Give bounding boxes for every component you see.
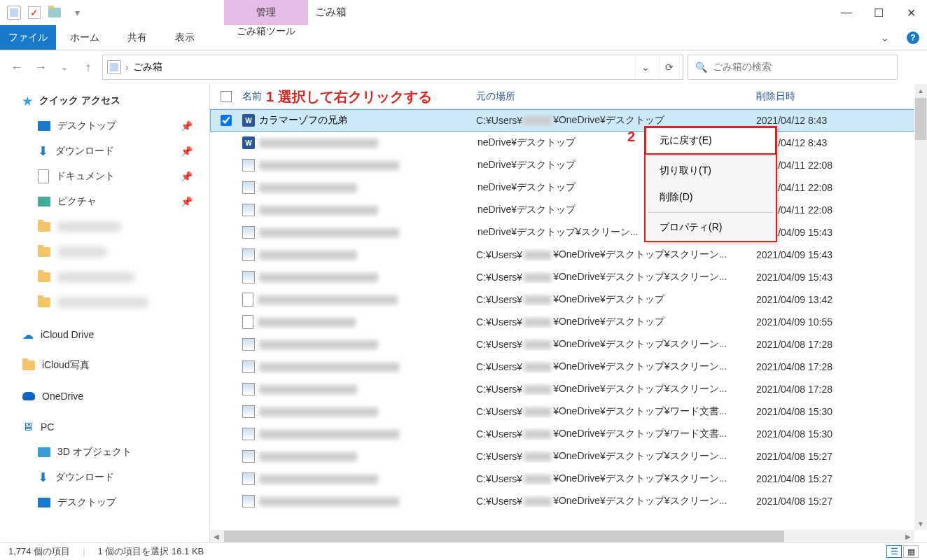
pin-icon: 📌 xyxy=(181,146,193,157)
tab-share[interactable]: 共有 xyxy=(113,25,161,50)
view-details-button[interactable]: ☰ xyxy=(886,545,902,558)
onedrive-icon xyxy=(22,392,35,400)
address-dropdown-icon[interactable]: ⌄ xyxy=(635,55,655,79)
sidebar-folder-blurred[interactable] xyxy=(0,290,209,315)
cell-date: 2021/04/08 17:28 xyxy=(756,384,927,395)
file-row[interactable]: neDrive¥デスクトップ¥スクリーン... 2021/04/09 15:43 xyxy=(210,221,927,244)
file-row[interactable]: C:¥Users¥¥OneDrive¥デスクトップ¥スクリーン... 2021/… xyxy=(210,266,927,288)
sidebar-desktop-pc[interactable]: デスクトップ xyxy=(0,490,209,515)
maximize-button[interactable]: ☐ xyxy=(863,0,895,25)
file-row[interactable]: C:¥Users¥¥OneDrive¥デスクトップ¥スクリーン... 2021/… xyxy=(210,445,927,468)
context-restore[interactable]: 元に戻す(E) xyxy=(646,127,776,154)
qat-dropdown-icon[interactable]: ▾ xyxy=(69,4,85,21)
file-row[interactable]: C:¥Users¥¥OneDrive¥デスクトップ 2021/04/09 13:… xyxy=(210,288,927,311)
scroll-thumb[interactable] xyxy=(915,98,926,140)
sidebar-folder-blurred[interactable] xyxy=(0,239,209,265)
ribbon-collapse-icon[interactable]: ⌄ xyxy=(871,25,899,50)
file-row[interactable]: neDrive¥デスクトップ 2021/04/11 22:08 xyxy=(210,199,927,221)
scroll-left-icon[interactable]: ◀ xyxy=(210,533,223,540)
sidebar-documents[interactable]: ドキュメント📌 xyxy=(0,164,209,189)
sidebar-3d-objects[interactable]: 3D オブジェクト xyxy=(0,440,209,465)
view-thumbnails-button[interactable]: ▦ xyxy=(903,545,919,558)
address-bar[interactable]: › ごみ箱 ⌄ ⟳ xyxy=(102,55,683,80)
help-icon: ? xyxy=(907,31,919,44)
scroll-down-icon[interactable]: ▼ xyxy=(914,517,927,530)
help-button[interactable]: ? xyxy=(899,25,927,50)
file-row[interactable]: C:¥Users¥¥OneDrive¥デスクトップ¥スクリーン... 2021/… xyxy=(210,378,927,400)
sidebar-folder-blurred[interactable] xyxy=(0,214,209,239)
titlebar: ✓ ▾ 管理 ごみ箱 — ☐ ✕ xyxy=(0,0,927,25)
context-delete[interactable]: 削除(D) xyxy=(646,184,776,211)
image-icon xyxy=(242,472,255,485)
cell-location: C:¥Users¥¥OneDrive¥デスクトップ xyxy=(476,114,756,127)
tab-recycle-tools[interactable]: ごみ箱ツール xyxy=(224,25,308,38)
sidebar-icloud-drive[interactable]: ☁iCloud Drive xyxy=(0,322,209,347)
cell-name xyxy=(242,428,476,440)
minimize-button[interactable]: — xyxy=(830,0,863,25)
breadcrumb-sep-icon: › xyxy=(125,62,129,73)
cell-name: Wカラマーゾフの兄弟 xyxy=(242,114,476,127)
sidebar-pc[interactable]: 🖥PC xyxy=(0,414,209,440)
file-row[interactable]: C:¥Users¥¥OneDrive¥デスクトップ¥ワード文書... 2021/… xyxy=(210,400,927,423)
refresh-button[interactable]: ⟳ xyxy=(659,55,678,79)
sidebar-icloud-photos[interactable]: iCloud写真 xyxy=(0,353,209,378)
nav-tree[interactable]: ★クイック アクセス デスクトップ📌 ⬇ダウンロード📌 ドキュメント📌 ピクチャ… xyxy=(0,84,210,542)
file-name: カラマーゾフの兄弟 xyxy=(259,114,347,127)
cell-location: C:¥Users¥¥OneDrive¥デスクトップ¥ワード文書... xyxy=(476,405,756,418)
context-cut[interactable]: 切り取り(T) xyxy=(646,158,776,184)
col-location[interactable]: 元の場所 xyxy=(476,90,756,103)
scroll-up-icon[interactable]: ▲ xyxy=(914,84,927,97)
qat-folder-icon[interactable] xyxy=(46,4,63,21)
context-menu: 元に戻す(E) 切り取り(T) 削除(D) プロパティ(R) xyxy=(644,126,777,242)
download-icon: ⬇ xyxy=(38,144,48,159)
file-row[interactable]: C:¥Users¥¥OneDrive¥デスクトップ¥スクリーン... 2021/… xyxy=(210,333,927,356)
breadcrumb-current[interactable]: ごみ箱 xyxy=(133,61,631,74)
recent-dropdown-icon[interactable]: ⌄ xyxy=(55,57,74,77)
file-row[interactable]: C:¥Users¥¥OneDrive¥デスクトップ¥スクリーン... 2021/… xyxy=(210,244,927,266)
document-icon xyxy=(38,169,49,183)
sidebar-onedrive[interactable]: OneDrive xyxy=(0,384,209,409)
back-button[interactable]: ← xyxy=(7,57,27,77)
cell-name xyxy=(242,495,476,507)
file-row[interactable]: C:¥Users¥¥OneDrive¥デスクトップ¥スクリーン... 2021/… xyxy=(210,356,927,378)
sidebar-downloads-pc[interactable]: ⬇ダウンロード xyxy=(0,465,209,490)
cell-location: C:¥Users¥¥OneDrive¥デスクトップ xyxy=(476,316,756,328)
scrollbar-horizontal[interactable]: ◀ ▶ xyxy=(210,530,914,542)
tab-home[interactable]: ホーム xyxy=(56,25,113,50)
close-button[interactable]: ✕ xyxy=(895,0,927,25)
row-checkbox[interactable] xyxy=(210,115,242,126)
sidebar-desktop[interactable]: デスクトップ📌 xyxy=(0,113,209,139)
file-row[interactable]: W neDrive¥デスクトップ 2021/04/12 8:43 xyxy=(210,132,927,154)
file-row[interactable]: neDrive¥デスクトップ 2021/04/11 22:08 xyxy=(210,154,927,176)
qat-checkbox-icon[interactable]: ✓ xyxy=(28,6,41,19)
scroll-right-icon[interactable]: ▶ xyxy=(902,533,914,540)
up-button[interactable]: ↑ xyxy=(78,57,98,77)
forward-button[interactable]: → xyxy=(31,57,50,77)
file-row[interactable]: C:¥Users¥¥OneDrive¥デスクトップ¥スクリーン... 2021/… xyxy=(210,468,927,490)
sidebar-quick-access[interactable]: ★クイック アクセス xyxy=(0,88,209,113)
file-row[interactable]: neDrive¥デスクトップ 2021/04/11 22:08 xyxy=(210,176,927,199)
sidebar-downloads[interactable]: ⬇ダウンロード📌 xyxy=(0,139,209,164)
menu-separator xyxy=(648,212,773,213)
menu-separator xyxy=(648,155,773,156)
sidebar-folder-blurred[interactable] xyxy=(0,265,209,290)
quick-access-toolbar: ✓ ▾ xyxy=(0,4,91,21)
folder-icon xyxy=(22,360,35,370)
tab-file[interactable]: ファイル xyxy=(0,25,56,50)
file-list[interactable]: Wカラマーゾフの兄弟 C:¥Users¥¥OneDrive¥デスクトップ 202… xyxy=(210,109,927,512)
tab-view[interactable]: 表示 xyxy=(161,25,209,50)
file-row[interactable]: C:¥Users¥¥OneDrive¥デスクトップ 2021/04/09 10:… xyxy=(210,311,927,333)
cell-date: 2021/04/08 15:27 xyxy=(756,473,927,484)
file-row[interactable]: Wカラマーゾフの兄弟 C:¥Users¥¥OneDrive¥デスクトップ 202… xyxy=(210,109,927,132)
cell-name xyxy=(242,293,476,307)
file-row[interactable]: C:¥Users¥¥OneDrive¥デスクトップ¥スクリーン... 2021/… xyxy=(210,490,927,512)
cell-location: C:¥Users¥¥OneDrive¥デスクトップ¥ワード文書... xyxy=(476,428,756,440)
select-all-checkbox[interactable] xyxy=(210,91,242,102)
col-deleted[interactable]: 削除日時 xyxy=(756,90,927,103)
file-row[interactable]: C:¥Users¥¥OneDrive¥デスクトップ¥ワード文書... 2021/… xyxy=(210,423,927,445)
scrollbar-vertical[interactable]: ▲ ▼ xyxy=(914,84,927,530)
search-box[interactable]: 🔍 ごみ箱の検索 xyxy=(688,55,898,80)
sidebar-pictures[interactable]: ピクチャ📌 xyxy=(0,189,209,214)
context-properties[interactable]: プロパティ(R) xyxy=(646,214,776,241)
scroll-thumb[interactable] xyxy=(224,531,784,542)
